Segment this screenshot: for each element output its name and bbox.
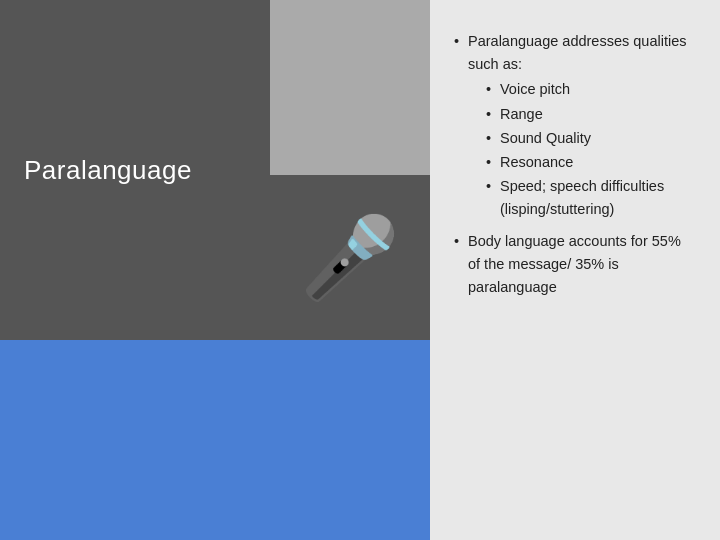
- light-gray-decoration: [270, 0, 430, 175]
- content-list: Paralanguage addresses qualities such as…: [454, 30, 696, 301]
- title-block: Paralanguage: [0, 0, 270, 340]
- slide-title: Paralanguage: [24, 155, 192, 186]
- second-bullet: Body language accounts for 55% of the me…: [454, 230, 696, 300]
- sub-bullet-2: Range: [486, 103, 696, 126]
- sub-bullet-4: Resonance: [486, 151, 696, 174]
- sub-bullet-5: Speed; speech difficulties (lisping/stut…: [486, 175, 696, 221]
- sub-bullet-list: Voice pitch Range Sound Quality Resonanc…: [468, 78, 696, 221]
- blue-decoration: [0, 340, 430, 540]
- main-bullet: Paralanguage addresses qualities such as…: [454, 30, 696, 222]
- right-panel: Paralanguage addresses qualities such as…: [430, 0, 720, 540]
- sub-bullet-3: Sound Quality: [486, 127, 696, 150]
- sub-bullet-1: Voice pitch: [486, 78, 696, 101]
- slide-container: Paralanguage 🎤 Paralanguage addresses qu…: [0, 0, 720, 540]
- microphone-icon: 🎤: [300, 211, 400, 305]
- mic-block: 🎤: [270, 175, 430, 340]
- left-panel: Paralanguage 🎤: [0, 0, 430, 540]
- top-row: Paralanguage 🎤: [0, 0, 430, 340]
